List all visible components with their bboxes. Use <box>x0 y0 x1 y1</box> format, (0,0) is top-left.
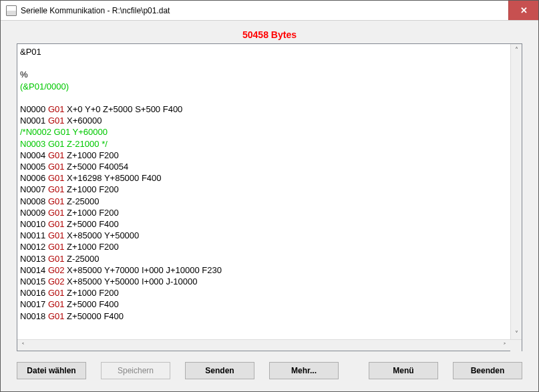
code-line: % <box>20 69 508 80</box>
close-button[interactable]: Beenden <box>453 362 522 379</box>
code-line: N0014 G02 X+85000 Y+70000 I+000 J+10000 … <box>20 264 508 276</box>
bytes-label: 50458 Bytes <box>17 27 522 43</box>
send-button[interactable]: Senden <box>185 362 254 379</box>
hscroll-track[interactable] <box>29 340 499 351</box>
vertical-scrollbar[interactable]: ˄ ˅ <box>510 44 522 339</box>
code-line <box>20 92 508 104</box>
choose-file-button[interactable]: Datei wählen <box>17 362 86 379</box>
code-line: N0008 G01 Z-25000 <box>20 196 508 207</box>
code-line: N0005 G01 Z+5000 F40054 <box>20 161 508 172</box>
app-window: Serielle Kommunikation - R:\ncfile\p01.d… <box>0 0 539 392</box>
code-line: N0004 G01 Z+1000 F200 <box>20 150 508 161</box>
code-line: N0017 G01 Z+5000 F400 <box>20 299 508 310</box>
title-bar[interactable]: Serielle Kommunikation - R:\ncfile\p01.d… <box>1 1 538 21</box>
more-button[interactable]: Mehr... <box>269 362 339 379</box>
code-line: /*N0002 G01 Y+60000 <box>20 126 508 138</box>
button-bar: Datei wählen Speichern Senden Mehr... Me… <box>17 351 522 379</box>
code-text-area[interactable]: &P01 %(&P01/0000) N0000 G01 X+0 Y+0 Z+50… <box>17 44 510 339</box>
scroll-corner <box>510 340 522 351</box>
scroll-down-icon[interactable]: ˅ <box>511 328 522 339</box>
code-line: N0009 G01 Z+1000 F200 <box>20 207 508 218</box>
code-line: N0018 G01 Z+50000 F400 <box>20 311 508 322</box>
scroll-right-icon[interactable]: ˃ <box>499 340 510 351</box>
scroll-left-icon[interactable]: ˂ <box>17 340 29 351</box>
code-editor[interactable]: &P01 %(&P01/0000) N0000 G01 X+0 Y+0 Z+50… <box>17 43 522 351</box>
code-line: N0012 G01 Z+1000 F200 <box>20 241 508 252</box>
code-line: N0011 G01 X+85000 Y+50000 <box>20 230 508 241</box>
code-line <box>20 57 508 69</box>
code-line: &P01 <box>20 46 508 57</box>
code-line: N0007 G01 Z+1000 F200 <box>20 184 508 195</box>
save-button: Speichern <box>101 362 170 379</box>
scroll-up-icon[interactable]: ˄ <box>511 44 522 55</box>
menu-button[interactable]: Menü <box>369 362 438 379</box>
code-line: N0010 G01 Z+5000 F400 <box>20 218 508 230</box>
code-line: N0003 G01 Z-21000 */ <box>20 138 508 150</box>
client-area: 50458 Bytes &P01 %(&P01/0000) N0000 G01 … <box>1 21 538 391</box>
code-line: N0001 G01 X+60000 <box>20 115 508 126</box>
code-line: N0016 G01 Z+1000 F200 <box>20 287 508 299</box>
close-icon: ✕ <box>520 5 528 15</box>
vscroll-track[interactable] <box>511 55 522 328</box>
window-title: Serielle Kommunikation - R:\ncfile\p01.d… <box>21 6 508 15</box>
code-line: N0013 G01 Z-25000 <box>20 253 508 264</box>
editor-body: &P01 %(&P01/0000) N0000 G01 X+0 Y+0 Z+50… <box>17 44 522 339</box>
app-icon <box>6 5 17 16</box>
code-line: N0015 G02 X+85000 Y+50000 I+000 J-10000 <box>20 276 508 287</box>
code-line: N0000 G01 X+0 Y+0 Z+5000 S+500 F400 <box>20 104 508 115</box>
horizontal-scrollbar[interactable]: ˂ ˃ <box>17 339 522 351</box>
code-line: (&P01/0000) <box>20 81 508 92</box>
window-close-button[interactable]: ✕ <box>508 1 538 20</box>
code-line: N0006 G01 X+16298 Y+85000 F400 <box>20 172 508 184</box>
